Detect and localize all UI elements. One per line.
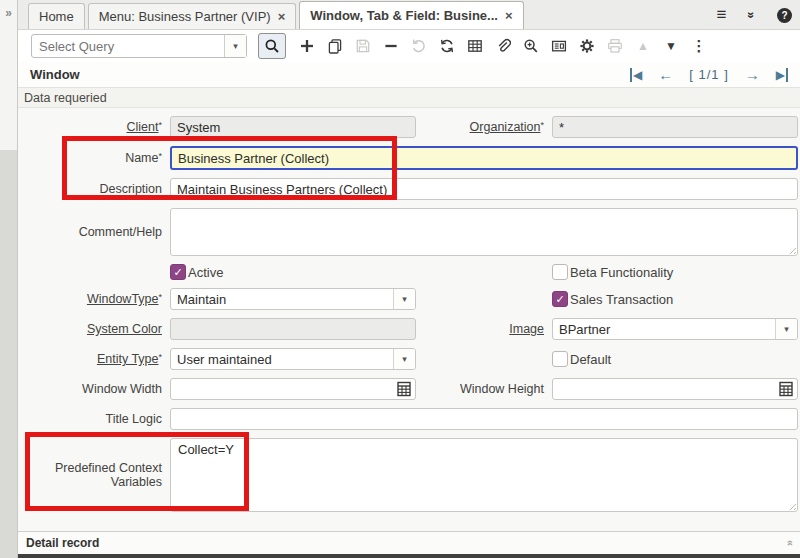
refresh-icon xyxy=(439,38,455,54)
minus-icon xyxy=(383,38,399,54)
predefined-context-variables-label: Predefined Context Variables xyxy=(46,461,164,489)
copy-record-button[interactable] xyxy=(322,34,348,58)
chevron-down-icon[interactable]: ▾ xyxy=(393,289,415,309)
grid-icon xyxy=(467,38,483,54)
tab-home[interactable]: Home xyxy=(28,3,85,29)
image-input[interactable] xyxy=(553,319,775,339)
title-logic-field[interactable] xyxy=(170,408,798,430)
help-icon[interactable]: ? xyxy=(777,8,792,23)
expand-sidebar-icon[interactable]: » xyxy=(5,0,12,20)
refresh-button[interactable] xyxy=(434,34,460,58)
delete-record-button[interactable] xyxy=(378,34,404,58)
comment-help-label: Comment/Help xyxy=(46,225,164,239)
tab-label: Menu: Business Partner (VIP) xyxy=(99,9,271,24)
form-row-active-beta: ✓ Active Beta Functionality xyxy=(46,264,780,280)
chevron-down-icon[interactable]: ▾ xyxy=(224,35,246,57)
printer-icon xyxy=(607,38,623,54)
default-checkbox[interactable] xyxy=(552,351,568,367)
close-icon[interactable]: × xyxy=(278,10,286,23)
window-bottom-edge xyxy=(18,554,800,558)
tab-label: Window, Tab & Field: Busine... xyxy=(310,8,498,23)
previous-record-icon[interactable]: ← xyxy=(658,66,673,83)
last-record-icon[interactable]: ▶ xyxy=(776,68,788,82)
check-icon: ✓ xyxy=(555,293,564,306)
topbar-right-icons: ≡ » ? xyxy=(716,0,792,30)
client-field[interactable] xyxy=(170,116,416,138)
close-icon[interactable]: × xyxy=(505,9,513,22)
save-icon xyxy=(355,38,371,54)
window-width-label: Window Width xyxy=(46,382,164,396)
chevron-down-icon[interactable]: ▾ xyxy=(775,319,797,339)
title-logic-label: Title Logic xyxy=(46,412,164,426)
form-row-systemcolor-image: System Color Image ▾ xyxy=(46,318,780,340)
collapsed-sidebar: » xyxy=(0,0,18,558)
preferences-button[interactable] xyxy=(574,34,600,58)
tab-label: Home xyxy=(39,9,74,24)
windowtype-input[interactable] xyxy=(171,289,393,309)
tab-menu-business-partner[interactable]: Menu: Business Partner (VIP) × xyxy=(88,3,297,29)
select-query-input[interactable] xyxy=(32,35,224,57)
description-label: Description xyxy=(46,182,164,196)
window-height-field[interactable] xyxy=(552,378,798,400)
window-form: Client* Organization* Name* Description … xyxy=(18,108,800,531)
predefined-context-variables-field[interactable]: Collect=Y xyxy=(170,438,798,512)
entity-type-label[interactable]: Entity Type* xyxy=(46,352,164,366)
sales-transaction-checkbox[interactable]: ✓ xyxy=(552,291,568,307)
menu-icon[interactable]: ≡ xyxy=(716,5,726,25)
detail-record-bar[interactable]: Detail record » xyxy=(18,531,800,554)
beta-functionality-checkbox[interactable] xyxy=(552,264,568,280)
paperclip-icon xyxy=(495,38,511,54)
calculator-icon[interactable] xyxy=(396,381,412,397)
windowtype-combo[interactable]: ▾ xyxy=(170,288,416,310)
system-color-label[interactable]: System Color xyxy=(46,322,164,336)
system-color-field[interactable] xyxy=(170,318,416,340)
image-combo[interactable]: ▾ xyxy=(552,318,798,340)
new-record-button[interactable] xyxy=(294,34,320,58)
record-indicator: [ 1/1 ] xyxy=(689,67,729,82)
form-row-name: Name* xyxy=(46,146,780,170)
triangle-down-icon: ▼ xyxy=(665,39,677,53)
default-label: Default xyxy=(570,352,611,367)
zoom-across-button[interactable] xyxy=(518,34,544,58)
windowtype-label[interactable]: WindowType* xyxy=(46,292,164,306)
save-button xyxy=(350,34,376,58)
print-button xyxy=(602,34,628,58)
tab-window-tab-field[interactable]: Window, Tab & Field: Busine... × xyxy=(299,1,523,29)
record-navigation: ◀ ← [ 1/1 ] → ▶ xyxy=(630,66,788,83)
organization-label[interactable]: Organization* xyxy=(422,120,546,134)
description-field[interactable] xyxy=(170,178,798,200)
search-icon xyxy=(264,38,280,54)
client-label[interactable]: Client* xyxy=(46,120,164,134)
requests-icon xyxy=(551,38,567,54)
status-bar: Data requeried xyxy=(18,88,800,108)
entity-type-input[interactable] xyxy=(171,349,393,369)
next-record-icon[interactable]: → xyxy=(745,66,760,83)
first-record-icon[interactable]: ◀ xyxy=(630,68,642,82)
detail-record-button[interactable]: ▼ xyxy=(658,34,684,58)
select-query-combo[interactable]: ▾ xyxy=(31,34,247,58)
more-actions-button[interactable]: ⋮ xyxy=(686,34,712,58)
calculator-icon[interactable] xyxy=(778,381,794,397)
window-width-field[interactable] xyxy=(170,378,416,400)
attachment-button[interactable] xyxy=(490,34,516,58)
collapse-all-icon[interactable]: » xyxy=(745,12,759,19)
beta-functionality-label: Beta Functionality xyxy=(570,265,673,280)
comment-help-field[interactable] xyxy=(170,208,798,256)
tab-strip: Home Menu: Business Partner (VIP) × Wind… xyxy=(18,0,800,30)
form-row-predefined-context: Predefined Context Variables Collect=Y xyxy=(46,438,780,512)
requests-button[interactable] xyxy=(546,34,572,58)
grid-toggle-button[interactable] xyxy=(462,34,488,58)
main-area: Home Menu: Business Partner (VIP) × Wind… xyxy=(18,0,800,558)
active-checkbox[interactable]: ✓ xyxy=(170,264,186,280)
window-height-label: Window Height xyxy=(422,382,546,396)
check-icon: ✓ xyxy=(173,266,182,279)
chevron-down-icon[interactable]: ▾ xyxy=(393,349,415,369)
gear-icon xyxy=(579,38,595,54)
search-button[interactable] xyxy=(258,33,286,59)
chevron-double-up-icon[interactable]: » xyxy=(783,540,795,546)
entity-type-combo[interactable]: ▾ xyxy=(170,348,416,370)
sales-transaction-label: Sales Transaction xyxy=(570,292,673,307)
organization-field[interactable] xyxy=(552,116,798,138)
name-field[interactable] xyxy=(170,146,798,170)
image-label[interactable]: Image xyxy=(422,322,546,336)
